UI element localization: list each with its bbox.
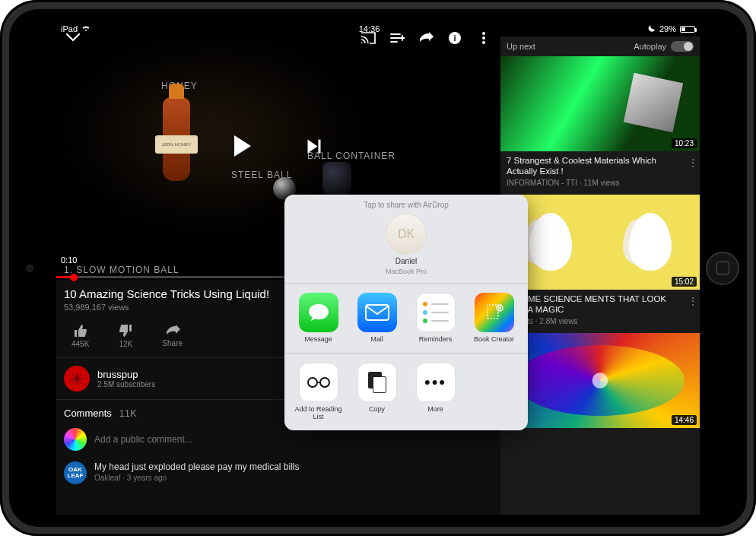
autoplay-toggle[interactable] bbox=[671, 41, 694, 52]
duration-badge: 10:23 bbox=[672, 138, 697, 148]
up-next-label: Up next bbox=[507, 42, 535, 51]
airdrop-name: Daniel bbox=[395, 257, 417, 265]
next-button[interactable] bbox=[307, 139, 320, 154]
message-icon bbox=[299, 293, 338, 332]
comment-meta: Oakleaf · 3 years ago bbox=[94, 474, 299, 482]
thumbnail: 14:46 bbox=[500, 333, 700, 428]
thumbnail: 15:02 bbox=[500, 195, 700, 290]
svg-point-4 bbox=[482, 41, 485, 44]
front-camera bbox=[26, 265, 33, 272]
svg-point-2 bbox=[482, 32, 485, 35]
comments-label: Comments bbox=[64, 408, 112, 419]
home-button[interactable] bbox=[706, 252, 739, 285]
airdrop-avatar: DK bbox=[386, 214, 427, 255]
svg-rect-6 bbox=[366, 305, 389, 320]
battery-pct: 29% bbox=[659, 24, 676, 33]
commenter-avatar: OAKLEAF bbox=[64, 461, 87, 484]
upnext-more-icon[interactable]: ⋮ bbox=[688, 157, 698, 169]
like-count: 445K bbox=[71, 340, 89, 348]
collapse-button[interactable] bbox=[61, 26, 85, 49]
upnext-title: 7 Strangest & Coolest Materials Which Ac… bbox=[500, 151, 700, 179]
svg-point-10 bbox=[320, 378, 329, 387]
share-app-message[interactable]: Message bbox=[292, 293, 345, 344]
airdrop-hint: Tap to share with AirDrop bbox=[284, 201, 528, 209]
video-object-bottle-label: 100% HONEY bbox=[155, 135, 198, 154]
share-apps-row: Message Mail Reminders bbox=[284, 284, 528, 354]
video-object-cup bbox=[322, 162, 351, 198]
share-label: Share bbox=[162, 339, 183, 347]
upnext-item-3[interactable]: 14:46 bbox=[500, 333, 700, 436]
upnext-item-2[interactable]: 15:02 Y HOME SCIENCE MENTS THAT LOOK LIK… bbox=[500, 195, 700, 333]
add-to-queue-icon[interactable] bbox=[389, 30, 405, 46]
overlay-label-container: BALL CONTAINER bbox=[307, 151, 395, 161]
comments-count: 11K bbox=[119, 408, 136, 419]
upnext-meta: INFORMATION - TTI · 11M views bbox=[500, 179, 700, 187]
info-icon[interactable]: i bbox=[447, 30, 462, 46]
dislike-count: 12K bbox=[119, 340, 132, 348]
reminders-icon bbox=[416, 293, 456, 332]
share-button[interactable]: Share bbox=[162, 325, 183, 347]
dislike-button[interactable]: 12K bbox=[118, 324, 133, 348]
player-top-bar: i bbox=[61, 26, 494, 49]
battery-icon bbox=[680, 26, 695, 33]
duration-badge: 15:02 bbox=[672, 277, 697, 287]
dnd-icon bbox=[648, 24, 656, 33]
more-icon[interactable] bbox=[476, 30, 491, 46]
share-app-mail[interactable]: Mail bbox=[351, 293, 404, 344]
thumbnail: 10:23 bbox=[500, 56, 700, 151]
upnext-item-1[interactable]: 10:23 7 Strangest & Coolest Materials Wh… bbox=[500, 56, 700, 195]
airdrop-target[interactable]: DK Daniel MacBook Pro bbox=[386, 214, 427, 275]
share-action-more[interactable]: ••• More bbox=[409, 363, 462, 421]
svg-text:i: i bbox=[453, 33, 456, 43]
svg-point-3 bbox=[482, 36, 485, 40]
chapter-label: 1. SLOW MOTION BALL bbox=[64, 265, 179, 275]
seek-thumb[interactable] bbox=[70, 274, 78, 281]
copy-icon bbox=[357, 363, 397, 402]
screen: iPad 14:36 29% i bbox=[56, 21, 700, 515]
duration-badge: 14:46 bbox=[672, 415, 697, 425]
mail-icon bbox=[357, 293, 397, 332]
share-action-copy[interactable]: Copy bbox=[351, 363, 404, 421]
up-next-column: Up next Autoplay 10:23 7 Strangest & Coo… bbox=[500, 36, 700, 515]
like-button[interactable]: 445K bbox=[71, 324, 89, 348]
share-actions-row: Add to Reading List Copy ••• More bbox=[284, 354, 528, 430]
share-icon[interactable] bbox=[418, 30, 434, 46]
channel-name: brusspup bbox=[97, 369, 155, 380]
svg-point-9 bbox=[308, 378, 317, 387]
share-app-reminders[interactable]: Reminders bbox=[409, 293, 462, 344]
current-time: 0:10 bbox=[61, 255, 77, 265]
comment-item[interactable]: OAKLEAF My head just exploded please pay… bbox=[56, 455, 500, 490]
more-action-icon: ••• bbox=[416, 363, 456, 402]
comment-input[interactable]: Add a public comment... bbox=[94, 434, 192, 445]
ipad-frame: iPad 14:36 29% i bbox=[0, 0, 756, 536]
upnext-meta: e Crafts · 2.8M views bbox=[500, 317, 700, 325]
share-app-bookcreator[interactable]: Book Creator bbox=[468, 293, 521, 344]
readinglist-icon bbox=[299, 363, 338, 402]
channel-subs: 2.5M subscribers bbox=[97, 380, 155, 389]
cast-icon[interactable] bbox=[361, 30, 376, 46]
upnext-title: Y HOME SCIENCE MENTS THAT LOOK LIKE A MA… bbox=[500, 290, 700, 317]
play-button[interactable] bbox=[234, 135, 251, 157]
user-avatar bbox=[64, 428, 87, 451]
airdrop-device: MacBook Pro bbox=[386, 268, 427, 275]
bookcreator-icon bbox=[475, 293, 514, 332]
share-sheet: Tap to share with AirDrop DK Daniel MacB… bbox=[284, 195, 528, 430]
channel-avatar bbox=[64, 366, 90, 392]
autoplay-label: Autoplay bbox=[634, 42, 666, 51]
upnext-more-icon[interactable]: ⋮ bbox=[688, 295, 698, 307]
comment-text: My head just exploded please pay my medi… bbox=[94, 461, 299, 472]
share-action-readinglist[interactable]: Add to Reading List bbox=[292, 363, 345, 421]
